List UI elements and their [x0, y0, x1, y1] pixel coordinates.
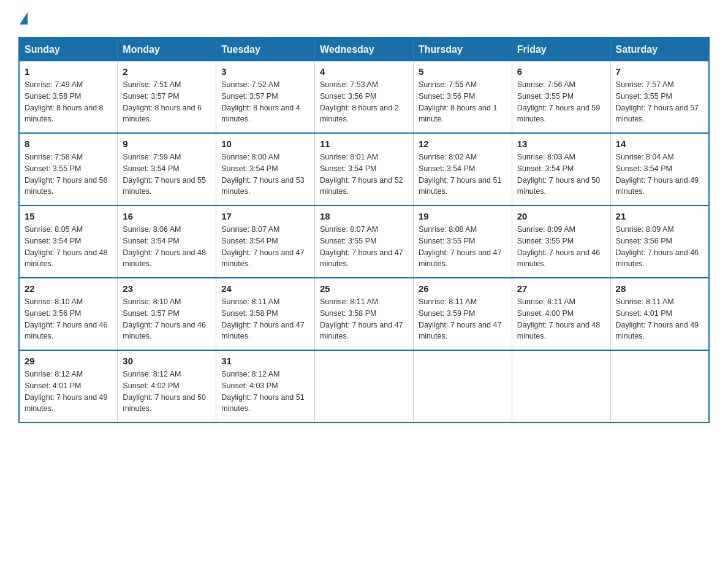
day-number: 28: [616, 283, 703, 294]
day-info: Sunrise: 8:07 AMSunset: 3:55 PMDaylight:…: [320, 224, 408, 270]
calendar-cell: 20 Sunrise: 8:09 AMSunset: 3:55 PMDaylig…: [512, 205, 610, 278]
day-number: 31: [221, 356, 309, 366]
day-info: Sunrise: 8:12 AMSunset: 4:03 PMDaylight:…: [221, 369, 309, 415]
day-number: 26: [419, 283, 507, 294]
calendar-cell: 12 Sunrise: 8:02 AMSunset: 3:54 PMDaylig…: [413, 133, 512, 205]
week-row-5: 29 Sunrise: 8:12 AMSunset: 4:01 PMDaylig…: [19, 350, 709, 423]
week-row-1: 1 Sunrise: 7:49 AMSunset: 3:58 PMDayligh…: [19, 61, 709, 133]
day-number: 29: [25, 356, 112, 366]
day-info: Sunrise: 7:51 AMSunset: 3:57 PMDaylight:…: [123, 79, 211, 125]
page-header: [18, 12, 710, 25]
day-info: Sunrise: 8:00 AMSunset: 3:54 PMDaylight:…: [221, 151, 309, 197]
day-number: 30: [123, 356, 211, 366]
day-info: Sunrise: 7:55 AMSunset: 3:56 PMDaylight:…: [419, 79, 507, 125]
day-info: Sunrise: 8:02 AMSunset: 3:54 PMDaylight:…: [419, 151, 507, 197]
day-info: Sunrise: 8:04 AMSunset: 3:54 PMDaylight:…: [616, 151, 703, 197]
calendar-cell: 16 Sunrise: 8:06 AMSunset: 3:54 PMDaylig…: [118, 205, 216, 278]
day-info: Sunrise: 7:57 AMSunset: 3:55 PMDaylight:…: [616, 79, 703, 125]
calendar-cell: 7 Sunrise: 7:57 AMSunset: 3:55 PMDayligh…: [610, 61, 709, 133]
header-day-saturday: Saturday: [610, 37, 709, 61]
day-info: Sunrise: 7:53 AMSunset: 3:56 PMDaylight:…: [320, 79, 408, 125]
header-day-sunday: Sunday: [19, 37, 118, 61]
calendar-header: SundayMondayTuesdayWednesdayThursdayFrid…: [19, 37, 709, 61]
day-number: 10: [221, 139, 309, 149]
day-number: 27: [517, 283, 605, 294]
header-day-friday: Friday: [512, 37, 610, 61]
logo-triangle-icon: [20, 12, 28, 25]
week-row-2: 8 Sunrise: 7:58 AMSunset: 3:55 PMDayligh…: [19, 133, 709, 205]
day-number: 9: [123, 139, 211, 149]
calendar-cell: 15 Sunrise: 8:05 AMSunset: 3:54 PMDaylig…: [19, 205, 118, 278]
calendar-cell: 30 Sunrise: 8:12 AMSunset: 4:02 PMDaylig…: [118, 350, 216, 423]
day-info: Sunrise: 8:11 AMSunset: 3:59 PMDaylight:…: [419, 296, 507, 342]
day-info: Sunrise: 7:59 AMSunset: 3:54 PMDaylight:…: [123, 151, 211, 197]
calendar-cell: 5 Sunrise: 7:55 AMSunset: 3:56 PMDayligh…: [413, 61, 512, 133]
calendar-body: 1 Sunrise: 7:49 AMSunset: 3:58 PMDayligh…: [19, 61, 709, 423]
day-info: Sunrise: 8:12 AMSunset: 4:01 PMDaylight:…: [25, 369, 112, 415]
day-info: Sunrise: 8:01 AMSunset: 3:54 PMDaylight:…: [320, 151, 408, 197]
day-number: 14: [616, 139, 703, 149]
day-number: 7: [616, 66, 703, 77]
logo: [18, 12, 28, 25]
day-info: Sunrise: 8:06 AMSunset: 3:54 PMDaylight:…: [123, 224, 211, 270]
day-number: 23: [123, 283, 211, 294]
calendar-cell: 26 Sunrise: 8:11 AMSunset: 3:59 PMDaylig…: [413, 278, 512, 350]
week-row-3: 15 Sunrise: 8:05 AMSunset: 3:54 PMDaylig…: [19, 205, 709, 278]
calendar-cell: 25 Sunrise: 8:11 AMSunset: 3:58 PMDaylig…: [315, 278, 414, 350]
day-info: Sunrise: 8:11 AMSunset: 4:00 PMDaylight:…: [517, 296, 605, 342]
day-info: Sunrise: 7:49 AMSunset: 3:58 PMDaylight:…: [25, 79, 112, 125]
calendar-cell: 19 Sunrise: 8:08 AMSunset: 3:55 PMDaylig…: [413, 205, 512, 278]
calendar-cell: 28 Sunrise: 8:11 AMSunset: 4:01 PMDaylig…: [610, 278, 709, 350]
day-info: Sunrise: 8:10 AMSunset: 3:56 PMDaylight:…: [25, 296, 112, 342]
calendar-cell: 3 Sunrise: 7:52 AMSunset: 3:57 PMDayligh…: [216, 61, 315, 133]
day-number: 11: [320, 139, 408, 149]
day-number: 19: [419, 211, 507, 221]
week-row-4: 22 Sunrise: 8:10 AMSunset: 3:56 PMDaylig…: [19, 278, 709, 350]
day-info: Sunrise: 8:03 AMSunset: 3:54 PMDaylight:…: [517, 151, 605, 197]
calendar-cell: 10 Sunrise: 8:00 AMSunset: 3:54 PMDaylig…: [216, 133, 315, 205]
day-info: Sunrise: 8:05 AMSunset: 3:54 PMDaylight:…: [25, 224, 112, 270]
day-info: Sunrise: 7:52 AMSunset: 3:57 PMDaylight:…: [221, 79, 309, 125]
day-info: Sunrise: 8:10 AMSunset: 3:57 PMDaylight:…: [123, 296, 211, 342]
calendar-cell: [610, 350, 709, 423]
calendar-cell: 17 Sunrise: 8:07 AMSunset: 3:54 PMDaylig…: [216, 205, 315, 278]
calendar-cell: 1 Sunrise: 7:49 AMSunset: 3:58 PMDayligh…: [19, 61, 118, 133]
day-number: 15: [25, 211, 112, 221]
day-info: Sunrise: 8:09 AMSunset: 3:55 PMDaylight:…: [517, 224, 605, 270]
calendar-cell: 27 Sunrise: 8:11 AMSunset: 4:00 PMDaylig…: [512, 278, 610, 350]
header-day-tuesday: Tuesday: [216, 37, 315, 61]
calendar-cell: 18 Sunrise: 8:07 AMSunset: 3:55 PMDaylig…: [315, 205, 414, 278]
day-number: 12: [419, 139, 507, 149]
calendar-cell: 29 Sunrise: 8:12 AMSunset: 4:01 PMDaylig…: [19, 350, 118, 423]
calendar-cell: 24 Sunrise: 8:11 AMSunset: 3:58 PMDaylig…: [216, 278, 315, 350]
day-number: 21: [616, 211, 703, 221]
day-info: Sunrise: 8:08 AMSunset: 3:55 PMDaylight:…: [419, 224, 507, 270]
day-number: 3: [221, 66, 309, 77]
day-number: 20: [517, 211, 605, 221]
day-info: Sunrise: 8:11 AMSunset: 4:01 PMDaylight:…: [616, 296, 703, 342]
header-day-thursday: Thursday: [413, 37, 512, 61]
calendar-table: SundayMondayTuesdayWednesdayThursdayFrid…: [18, 37, 710, 423]
day-number: 13: [517, 139, 605, 149]
day-number: 22: [25, 283, 112, 294]
calendar-cell: 22 Sunrise: 8:10 AMSunset: 3:56 PMDaylig…: [19, 278, 118, 350]
day-number: 2: [123, 66, 211, 77]
calendar-cell: 21 Sunrise: 8:09 AMSunset: 3:56 PMDaylig…: [610, 205, 709, 278]
calendar-cell: 4 Sunrise: 7:53 AMSunset: 3:56 PMDayligh…: [315, 61, 414, 133]
header-day-monday: Monday: [118, 37, 216, 61]
day-info: Sunrise: 7:58 AMSunset: 3:55 PMDaylight:…: [25, 151, 112, 197]
calendar-cell: [512, 350, 610, 423]
day-info: Sunrise: 8:11 AMSunset: 3:58 PMDaylight:…: [221, 296, 309, 342]
calendar-cell: 6 Sunrise: 7:56 AMSunset: 3:55 PMDayligh…: [512, 61, 610, 133]
day-number: 25: [320, 283, 408, 294]
day-number: 1: [25, 66, 112, 77]
day-number: 17: [221, 211, 309, 221]
day-info: Sunrise: 7:56 AMSunset: 3:55 PMDaylight:…: [517, 79, 605, 125]
calendar-cell: [413, 350, 512, 423]
calendar-cell: 31 Sunrise: 8:12 AMSunset: 4:03 PMDaylig…: [216, 350, 315, 423]
calendar-cell: 9 Sunrise: 7:59 AMSunset: 3:54 PMDayligh…: [118, 133, 216, 205]
calendar-cell: 2 Sunrise: 7:51 AMSunset: 3:57 PMDayligh…: [118, 61, 216, 133]
calendar-cell: 11 Sunrise: 8:01 AMSunset: 3:54 PMDaylig…: [315, 133, 414, 205]
day-info: Sunrise: 8:09 AMSunset: 3:56 PMDaylight:…: [616, 224, 703, 270]
header-row: SundayMondayTuesdayWednesdayThursdayFrid…: [19, 37, 709, 61]
